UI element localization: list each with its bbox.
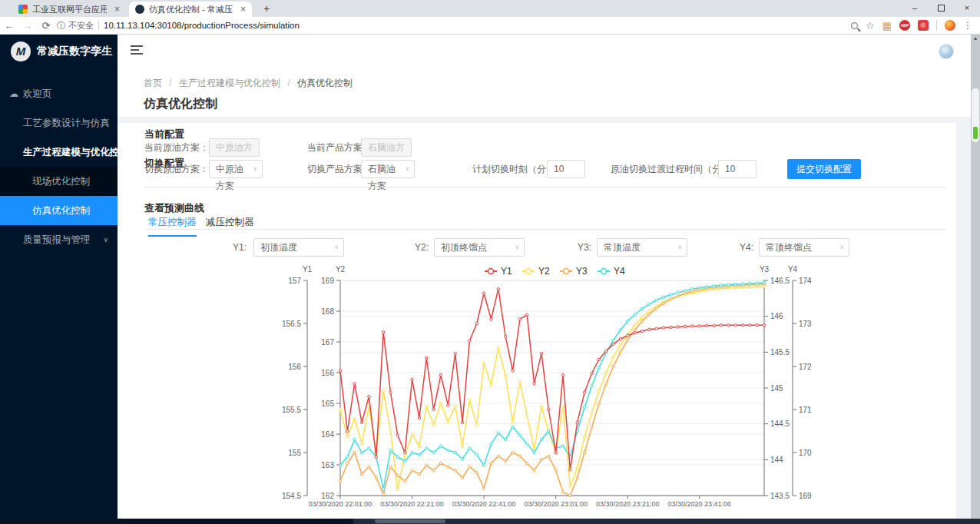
sidebar-item-label: 工艺参数设计与仿真 [23, 118, 110, 128]
tab-title: 仿真优化控制 - 常减压数字孪生 [149, 4, 233, 15]
page-title: 仿真优化控制 [144, 96, 971, 112]
current-product-input: 石脑油方案 [361, 138, 412, 157]
tab-atmospheric-controller[interactable]: 常压控制器 [148, 216, 197, 237]
switch-product-select[interactable]: 石脑油方案∨ [361, 160, 415, 178]
browser-tab-active[interactable]: 仿真优化控制 - 常减压数字孪生 × [129, 2, 252, 17]
svg-text:Y3: Y3 [576, 266, 588, 277]
store-favicon [18, 5, 28, 14]
security-label[interactable]: 不安全 [68, 20, 94, 32]
browser-tab-store[interactable]: 工业互联网平台应用商店 × [12, 2, 126, 17]
address-bar[interactable]: ⓘ 不安全 10.11.13.104:30108/productionProce… [55, 19, 300, 32]
breadcrumb: 首页 / 生产过程建模与优化控制 / 仿真优化控制 [144, 77, 971, 90]
svg-text:155.5: 155.5 [282, 406, 301, 414]
sidebar-item-welcome[interactable]: ☁ 欢迎页 [0, 79, 118, 108]
app-favicon [135, 5, 144, 14]
curves-section-title: 查看预测曲线 [144, 201, 204, 215]
svg-text:146.5: 146.5 [770, 277, 790, 285]
sidebar-item-label: 现场优化控制 [32, 176, 90, 187]
browser-toolbar: ← → ⟳ ⓘ 不安全 10.11.13.104:30108/productio… [0, 17, 980, 35]
window-close-button[interactable]: × [954, 0, 980, 17]
sidebar-item-simulation-optimization[interactable]: 仿真优化控制 [0, 196, 118, 225]
svg-text:03/30/2020 22:01:00: 03/30/2020 22:01:00 [309, 500, 372, 508]
switch-oil-select[interactable]: 中原油方案∨ [209, 160, 263, 178]
svg-text:Y1: Y1 [501, 266, 512, 277]
svg-text:145: 145 [770, 384, 783, 393]
grid-extension-icon[interactable]: ▦ [882, 20, 892, 32]
horizontal-scrollbar-track [0, 519, 353, 524]
chevron-down-icon: ∨ [103, 225, 108, 254]
new-tab-button[interactable]: + [260, 2, 273, 16]
svg-text:03/30/2020 23:01:00: 03/30/2020 23:01:00 [524, 500, 588, 508]
vertical-scrollbar[interactable]: ▲ ▼ [971, 35, 980, 524]
info-icon[interactable]: ⓘ [57, 20, 65, 32]
bookmark-star-icon[interactable]: ☆ [866, 20, 875, 32]
maximize-icon [938, 5, 945, 12]
window-maximize-button[interactable] [928, 0, 954, 17]
content-gap [118, 117, 971, 123]
scroll-marker [973, 127, 978, 139]
svg-text:Y2: Y2 [538, 266, 550, 277]
chevron-down-icon: ∨ [405, 161, 409, 177]
tab-close-icon[interactable]: × [114, 4, 120, 15]
sidebar-item-process-design[interactable]: 工艺参数设计与仿真 [0, 108, 118, 138]
color-extension-icon[interactable] [945, 20, 955, 31]
svg-text:164: 164 [321, 430, 334, 439]
svg-text:Y4: Y4 [788, 265, 798, 274]
breadcrumb-home[interactable]: 首页 [144, 78, 162, 88]
back-icon[interactable]: ← [0, 20, 18, 32]
transition-time-input[interactable]: 10 [718, 160, 757, 178]
search-icon[interactable] [851, 22, 858, 29]
sidebar-item-field-optimization[interactable]: 现场优化控制 [0, 167, 118, 196]
url-text[interactable]: 10.11.13.104:30108/productionProcess/sim… [104, 21, 300, 30]
chevron-down-icon: ∨ [839, 239, 844, 256]
tab-title: 工业互联网平台应用商店 [32, 4, 107, 15]
prediction-chart: 154.5155155.5156156.5157Y116216316416516… [276, 264, 814, 513]
browser-tab-strip: 工业互联网平台应用商店 × 仿真优化控制 - 常减压数字孪生 × + – × [0, 0, 980, 17]
sidebar-item-quality-management[interactable]: 质量预报与管理 ∨ [0, 225, 118, 254]
breadcrumb-current: 仿真优化控制 [297, 78, 353, 88]
browser-menu-icon[interactable]: ⋮ [963, 20, 972, 31]
adblock-extension-icon[interactable]: ABP [899, 20, 910, 31]
tab-vacuum-controller[interactable]: 减压控制器 [206, 216, 254, 235]
chevron-up-icon: ∧ [103, 138, 108, 167]
submit-switch-button[interactable]: 提交切换配置 [787, 159, 861, 179]
logo-badge-icon: M [11, 41, 31, 61]
switch-oil-label: 切换原油方案： [144, 160, 209, 178]
y2-select[interactable]: 初顶终馏点∨ [434, 238, 525, 257]
plan-time-input[interactable]: 10 [547, 160, 585, 178]
scroll-up-icon[interactable]: ▲ [971, 35, 980, 42]
page-header: 首页 / 生产过程建模与优化控制 / 仿真优化控制 仿真优化控制 [118, 69, 971, 117]
window-minimize-button[interactable]: – [902, 0, 928, 17]
y3-select[interactable]: 常顶温度∨ [597, 238, 687, 257]
sidebar-item-label: 生产过程建模与优化控制 [23, 147, 129, 158]
app-title: 常减压数字孪生 [37, 45, 112, 58]
svg-text:167: 167 [321, 338, 334, 347]
divider [144, 187, 946, 187]
svg-text:Y3: Y3 [760, 265, 770, 274]
svg-text:173: 173 [799, 320, 812, 328]
user-avatar[interactable] [939, 44, 954, 59]
tab-close-icon[interactable]: × [240, 4, 246, 15]
url-divider [98, 21, 99, 30]
y1-select[interactable]: 初顶温度∨ [253, 238, 344, 257]
app-logo: M 常减压数字孪生 [0, 35, 118, 68]
reload-icon[interactable]: ⟳ [37, 20, 55, 32]
forward-icon[interactable]: → [18, 20, 37, 32]
svg-text:156: 156 [288, 363, 301, 371]
svg-text:146: 146 [770, 312, 783, 320]
select-value: 初顶终馏点 [441, 242, 487, 253]
vertical-scrollbar-thumb[interactable] [972, 88, 979, 142]
sidebar-item-label: 欢迎页 [23, 88, 52, 99]
breadcrumb-parent[interactable]: 生产过程建模与优化控制 [179, 78, 280, 88]
svg-text:Y4: Y4 [614, 266, 625, 277]
y4-select[interactable]: 常顶终馏点∨ [759, 238, 849, 257]
horizontal-scrollbar-thumb[interactable] [375, 519, 445, 523]
horizontal-scrollbar[interactable] [0, 519, 980, 524]
chevron-down-icon: ∨ [253, 161, 257, 177]
svg-text:169: 169 [321, 277, 334, 285]
content-right-gutter [956, 123, 971, 519]
menu-fold-icon[interactable] [131, 45, 143, 56]
svg-text:145.5: 145.5 [770, 348, 790, 357]
sidebar-item-production-modeling[interactable]: 生产过程建模与优化控制 ∧ [0, 138, 118, 167]
red-extension-icon[interactable]: ◎ [918, 20, 929, 31]
